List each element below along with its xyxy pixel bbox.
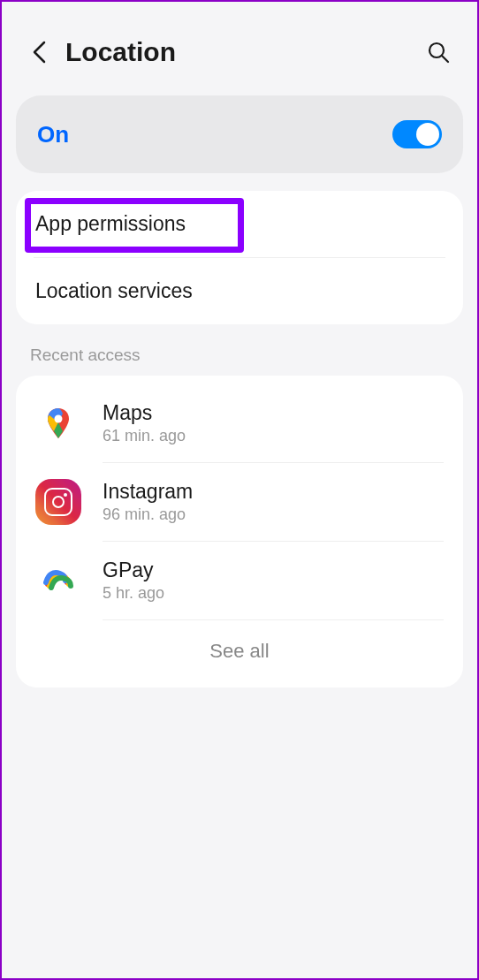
- app-time: 96 min. ago: [103, 505, 444, 524]
- app-info: Instagram 96 min. ago: [103, 480, 444, 524]
- location-services-row[interactable]: Location services: [16, 258, 463, 324]
- app-row-gpay[interactable]: GPay 5 hr. ago: [16, 542, 463, 619]
- svg-point-2: [55, 415, 63, 423]
- app-time: 61 min. ago: [103, 427, 444, 445]
- app-permissions-label: App permissions: [35, 212, 186, 235]
- location-toggle-card[interactable]: On: [16, 95, 463, 173]
- maps-icon: [35, 400, 81, 446]
- app-name: Maps: [103, 401, 444, 425]
- svg-line-1: [442, 56, 448, 62]
- app-time: 5 hr. ago: [103, 584, 444, 603]
- back-icon[interactable]: [27, 40, 51, 65]
- app-row-instagram[interactable]: Instagram 96 min. ago: [16, 463, 463, 541]
- app-name: GPay: [103, 558, 444, 582]
- app-permissions-row[interactable]: App permissions: [16, 191, 463, 257]
- see-all-button[interactable]: See all: [16, 620, 463, 679]
- app-row-maps[interactable]: Maps 61 min. ago: [16, 384, 463, 462]
- instagram-icon: [35, 479, 81, 525]
- settings-card: App permissions Location services: [16, 191, 463, 324]
- toggle-label: On: [37, 121, 69, 148]
- toggle-knob: [416, 123, 439, 146]
- app-info: GPay 5 hr. ago: [103, 558, 444, 603]
- header: Location: [2, 2, 477, 85]
- search-icon[interactable]: [424, 38, 452, 66]
- location-services-label: Location services: [35, 279, 193, 302]
- app-name: Instagram: [103, 480, 444, 504]
- app-info: Maps 61 min. ago: [103, 401, 444, 445]
- recent-access-label: Recent access: [2, 346, 477, 376]
- page-title: Location: [65, 37, 424, 67]
- gpay-icon: [35, 558, 81, 604]
- recent-access-card: Maps 61 min. ago Instagram 96 min. ago: [16, 376, 463, 688]
- toggle-switch[interactable]: [392, 120, 442, 148]
